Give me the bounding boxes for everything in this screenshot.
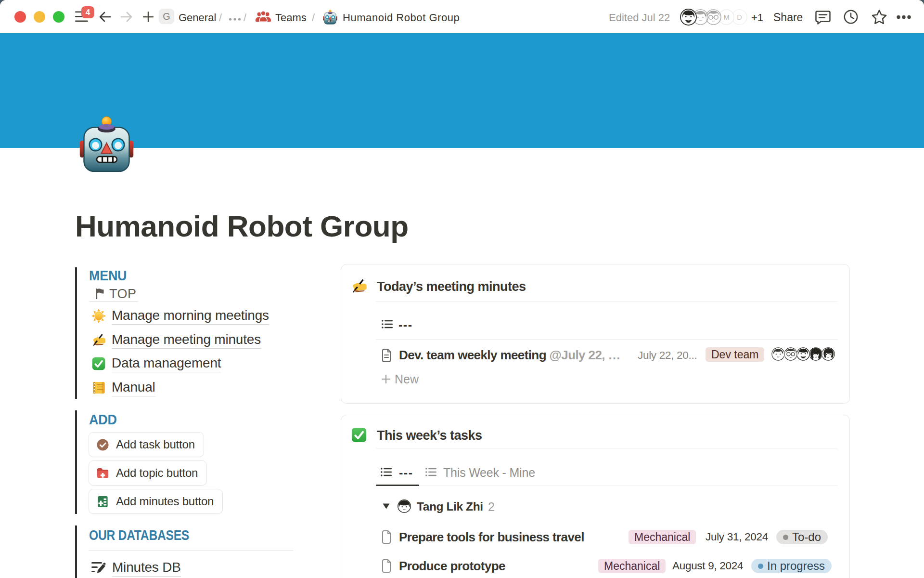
svg-text:D: D bbox=[737, 13, 742, 21]
svg-text:M: M bbox=[723, 13, 729, 21]
